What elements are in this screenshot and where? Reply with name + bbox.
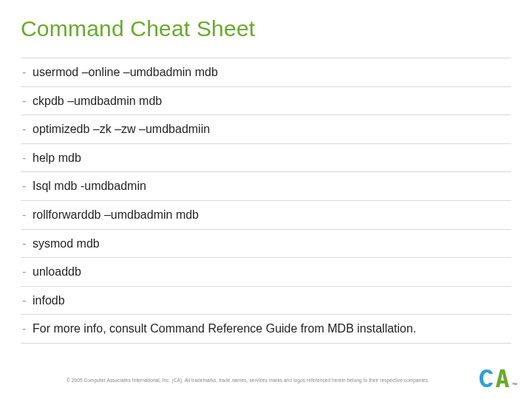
ca-logo-icon xyxy=(478,366,511,389)
list-item: - usermod –online –umdbadmin mdb xyxy=(21,58,511,87)
ca-logo: ™ xyxy=(478,366,517,389)
command-text: optimizedb –zk –zw –umdbadmiin xyxy=(33,121,210,137)
command-text: usermod –online –umdbadmin mdb xyxy=(33,64,218,81)
command-text: infodb xyxy=(33,293,65,309)
bullet-dash: - xyxy=(22,180,33,193)
command-text: ckpdb –umdbadmin mdb xyxy=(33,93,162,109)
copyright-footer: © 2005 Computer Associates International… xyxy=(66,378,429,383)
command-text: rollforwarddb –umdbadmin mdb xyxy=(33,207,199,223)
list-item: - Isql mdb -umdbadmin xyxy=(21,172,511,201)
slide: Command Cheat Sheet - usermod –online –u… xyxy=(0,0,532,399)
bullet-dash: - xyxy=(22,66,33,79)
command-text: Isql mdb -umdbadmin xyxy=(33,178,146,194)
trademark-symbol: ™ xyxy=(512,382,517,387)
list-item: - For more info, consult Command Referen… xyxy=(21,315,511,344)
bullet-dash: - xyxy=(22,265,33,279)
list-item: - rollforwarddb –umdbadmin mdb xyxy=(21,201,511,230)
command-text: sysmod mdb xyxy=(33,236,100,252)
list-item: - sysmod mdb xyxy=(21,230,511,259)
page-title: Command Cheat Sheet xyxy=(21,16,255,41)
list-item: - optimizedb –zk –zw –umdbadmiin xyxy=(21,115,511,144)
command-list: - usermod –online –umdbadmin mdb - ckpdb… xyxy=(21,58,511,344)
bullet-dash: - xyxy=(22,294,33,307)
bullet-dash: - xyxy=(22,208,33,222)
command-text: help mdb xyxy=(33,150,81,166)
bullet-dash: - xyxy=(22,95,33,108)
list-item: - help mdb xyxy=(21,144,511,173)
bullet-dash: - xyxy=(22,322,33,335)
list-item: - unloaddb xyxy=(21,258,511,287)
bullet-dash: - xyxy=(22,237,33,250)
command-text: For more info, consult Command Reference… xyxy=(33,321,416,337)
list-item: - ckpdb –umdbadmin mdb xyxy=(21,87,511,116)
bullet-dash: - xyxy=(22,151,33,165)
bullet-dash: - xyxy=(22,123,33,136)
command-text: unloaddb xyxy=(33,264,81,280)
list-item: - infodb xyxy=(21,287,511,316)
